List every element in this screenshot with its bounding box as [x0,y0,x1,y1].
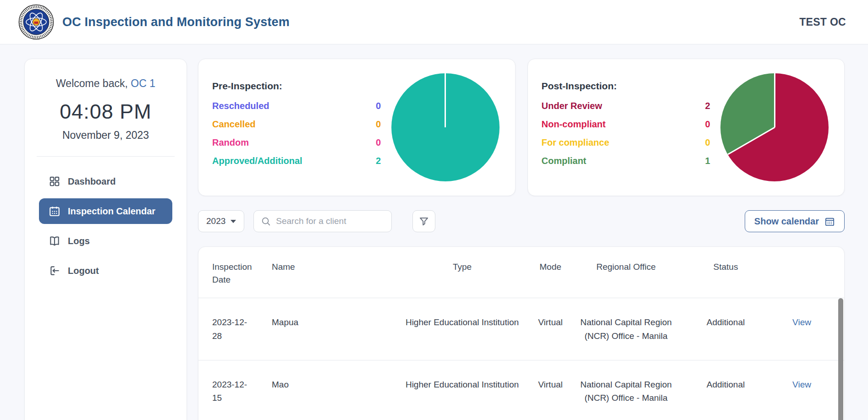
sidebar: Welcome back, OC 1 04:08 PM November 9, … [24,59,187,420]
welcome-user-link[interactable]: OC 1 [131,77,155,89]
user-name: TEST OC [799,16,846,28]
stat-label: Non-compliant [542,119,606,130]
show-calendar-button[interactable]: Show calendar [745,210,845,232]
inspections-table: Inspection Date Name Type Mode Regional … [198,246,845,420]
view-link[interactable]: View [792,317,811,327]
search-input[interactable] [253,210,392,232]
column-regional-office: Regional Office [576,261,676,286]
table-row: 2023-12-15 Mao Higher Educational Instit… [198,360,844,420]
cell-type: Higher Educational Institution [399,378,525,405]
post-inspection-pie-chart [720,73,829,181]
filter-row: 2023 Show calendar [198,210,845,232]
stat-row: Rescheduled 0 [212,101,381,111]
stat-label: Under Review [542,101,602,111]
stat-count: 1 [705,156,710,166]
sidebar-divider [37,156,175,157]
client-search [253,210,392,232]
stat-label: Compliant [542,156,587,166]
stat-count: 2 [705,101,710,111]
column-mode: Mode [525,261,576,286]
stat-label: Rescheduled [212,101,269,111]
stat-label: Random [212,137,249,148]
clock-date: November 9, 2023 [25,129,187,142]
dashboard-icon [49,175,60,187]
cell-regional-office: National Capital Region (NCR) Office - M… [576,378,676,405]
post-inspection-title: Post-Inspection: [542,81,710,92]
stat-count: 0 [705,119,710,130]
column-name: Name [272,261,399,286]
sidebar-item-inspection-calendar[interactable]: Inspection Calendar [39,198,172,224]
stat-count: 0 [376,101,381,111]
funnel-icon [418,216,429,227]
sidebar-item-logout[interactable]: Logout [39,258,172,284]
calendar-icon [49,205,60,217]
cell-mode: Virtual [525,378,576,405]
main-layout: Welcome back, OC 1 04:08 PM November 9, … [0,44,868,420]
cell-regional-office: National Capital Region (NCR) Office - M… [576,316,676,343]
stat-label: Approved/Additional [212,156,302,166]
clock-time: 04:08 PM [25,100,187,124]
column-actions [775,261,829,286]
stat-count: 0 [705,137,710,148]
sidebar-item-label: Dashboard [68,176,115,187]
stat-row: For compliance 0 [542,137,710,148]
pre-inspection-pie-chart [391,73,500,181]
show-calendar-label: Show calendar [754,216,819,227]
sidebar-item-label: Logout [68,266,99,276]
stat-row: Random 0 [212,137,381,148]
column-type: Type [399,261,525,286]
stat-count: 0 [376,119,381,130]
stat-row: Cancelled 0 [212,119,381,130]
welcome-text: Welcome back, OC 1 [25,77,187,90]
top-bar: OC Inspection and Monitoring System TEST… [0,0,868,44]
year-filter-button[interactable]: 2023 [198,210,244,232]
column-inspection-date: Inspection Date [212,261,272,286]
filter-funnel-button[interactable] [412,210,435,232]
search-icon [261,216,271,226]
table-scrollbar-thumb[interactable] [838,298,843,420]
view-link[interactable]: View [792,380,811,389]
prc-seal-logo [18,4,54,40]
cell-type: Higher Educational Institution [399,316,525,343]
page-title: OC Inspection and Monitoring System [62,15,290,29]
calendar-icon [824,216,835,227]
stat-label: Cancelled [212,119,255,130]
sidebar-nav: Dashboard Inspection Calendar [25,169,187,284]
post-inspection-stats: Post-Inspection: Under Review 2 Non-comp… [542,81,710,174]
table-header-row: Inspection Date Name Type Mode Regional … [198,247,844,298]
sidebar-item-label: Logs [68,236,90,246]
stat-row: Under Review 2 [542,101,710,111]
main-content: Pre-Inspection: Rescheduled 0 Cancelled … [198,59,845,420]
stat-row: Approved/Additional 2 [212,156,381,166]
column-status: Status [676,261,775,286]
sidebar-item-logs[interactable]: Logs [39,228,172,254]
logs-book-icon [49,235,60,247]
stat-row: Non-compliant 0 [542,119,710,130]
cell-mode: Virtual [525,316,576,343]
logout-icon [49,265,60,277]
pre-inspection-stats: Pre-Inspection: Rescheduled 0 Cancelled … [212,81,381,174]
stat-count: 2 [376,156,381,166]
stat-cards-row: Pre-Inspection: Rescheduled 0 Cancelled … [198,59,845,196]
cell-name: Mapua [272,316,399,343]
sidebar-item-label: Inspection Calendar [68,206,155,217]
chevron-down-icon [231,220,236,223]
cell-inspection-date: 2023-12-15 [212,378,272,405]
table-row: 2023-12-28 Mapua Higher Educational Inst… [198,298,844,360]
year-filter-value: 2023 [206,216,225,226]
pre-inspection-title: Pre-Inspection: [212,81,381,92]
stat-count: 0 [376,137,381,148]
stat-label: For compliance [542,137,610,148]
pre-inspection-card: Pre-Inspection: Rescheduled 0 Cancelled … [198,59,516,196]
cell-status: Additional [676,378,775,405]
cell-name: Mao [272,378,399,405]
post-inspection-card: Post-Inspection: Under Review 2 Non-comp… [527,59,845,196]
stat-row: Compliant 1 [542,156,710,166]
cell-status: Additional [676,316,775,343]
brand: OC Inspection and Monitoring System [18,4,290,40]
cell-inspection-date: 2023-12-28 [212,316,272,343]
sidebar-item-dashboard[interactable]: Dashboard [39,169,172,194]
welcome-prefix: Welcome back, [56,77,128,89]
